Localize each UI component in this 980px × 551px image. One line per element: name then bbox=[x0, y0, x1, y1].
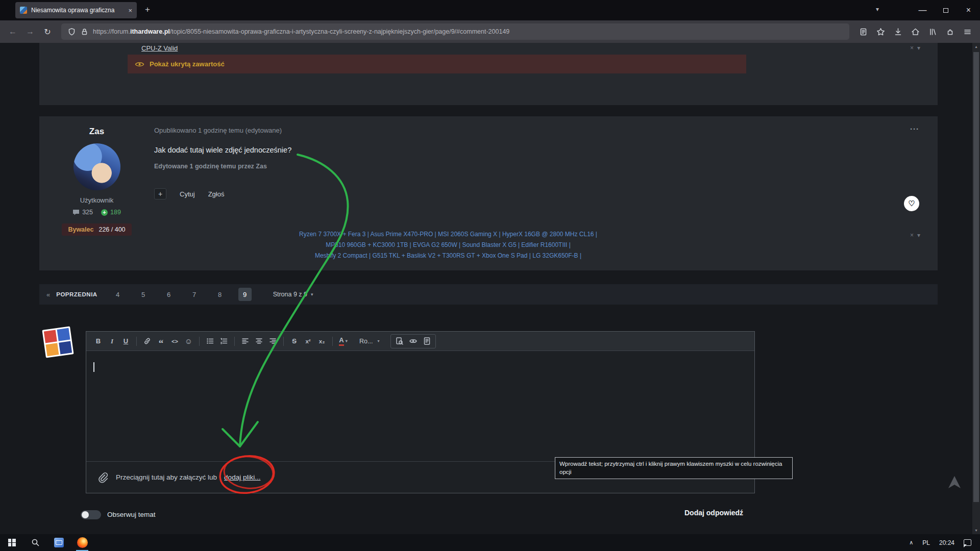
window-maximize-button[interactable] bbox=[934, 0, 957, 20]
signature-controls[interactable]: × ▾ bbox=[910, 44, 920, 52]
page-link[interactable]: 7 bbox=[189, 291, 200, 298]
bookmark-star-button[interactable] bbox=[873, 24, 888, 39]
react-heart-button[interactable]: ♡ bbox=[904, 196, 919, 211]
browser-tab-bar: Niesamowita oprawa graficzna × + ▾ — × bbox=[0, 0, 980, 20]
post-options-icon[interactable]: ··· bbox=[910, 124, 919, 133]
url-domain: ithardware.pl bbox=[130, 28, 170, 35]
multiquote-button[interactable]: + bbox=[154, 188, 166, 199]
author-group: Użytkownik bbox=[80, 196, 114, 204]
mail-app-icon bbox=[54, 538, 64, 547]
align-center-button[interactable] bbox=[252, 335, 266, 348]
align-right-icon bbox=[268, 337, 277, 345]
close-icon[interactable]: × bbox=[910, 44, 914, 52]
add-files-link[interactable]: dodaj pliki... bbox=[224, 473, 260, 481]
start-button[interactable] bbox=[0, 534, 23, 551]
scroll-to-top-button[interactable] bbox=[944, 473, 965, 493]
library-button[interactable] bbox=[925, 24, 940, 39]
scrollbar-thumb[interactable] bbox=[973, 52, 979, 502]
emoji-button[interactable]: ☺ bbox=[182, 335, 195, 348]
preview-button[interactable] bbox=[406, 335, 420, 348]
page-link[interactable]: 5 bbox=[138, 291, 149, 298]
reload-button[interactable]: ↻ bbox=[40, 24, 55, 39]
comment-count: 325 bbox=[72, 209, 93, 216]
back-button[interactable]: ← bbox=[5, 24, 20, 39]
browser-tab[interactable]: Niesamowita oprawa graficzna × bbox=[15, 2, 137, 18]
tray-expand-button[interactable]: ∧ bbox=[904, 534, 918, 551]
shield-icon[interactable] bbox=[67, 28, 76, 36]
list-all-tabs-icon[interactable]: ▾ bbox=[876, 6, 879, 13]
firefox-taskbar-button[interactable] bbox=[70, 534, 94, 551]
superscript-button[interactable]: x² bbox=[301, 335, 315, 348]
scrollbar-up-icon[interactable]: ▴ bbox=[972, 44, 980, 49]
italic-button[interactable]: I bbox=[105, 335, 119, 348]
extensions-button[interactable] bbox=[942, 24, 958, 39]
menu-button[interactable] bbox=[960, 24, 975, 39]
bullet-list-button[interactable] bbox=[203, 335, 217, 348]
current-page[interactable]: 9 bbox=[238, 288, 252, 301]
numbered-list-button[interactable] bbox=[217, 335, 231, 348]
align-left-icon bbox=[241, 337, 250, 345]
link-button[interactable] bbox=[140, 335, 154, 348]
follow-topic-label: Obserwuj temat bbox=[107, 511, 156, 518]
home-button[interactable] bbox=[908, 24, 923, 39]
align-left-button[interactable] bbox=[238, 335, 252, 348]
font-dropdown[interactable]: Ro... ▾ bbox=[359, 338, 379, 345]
forward-button[interactable]: → bbox=[22, 24, 38, 39]
chevron-down-icon: ▾ bbox=[377, 339, 379, 343]
chevron-down-icon[interactable]: ▾ bbox=[917, 232, 920, 239]
quote-button[interactable]: Cytuj bbox=[180, 190, 195, 198]
taskbar-search-button[interactable] bbox=[23, 534, 47, 551]
first-page-button[interactable]: « bbox=[46, 291, 50, 298]
blockquote-button[interactable]: “ bbox=[154, 335, 168, 348]
signature-line: Ryzen 7 3700X + Fera 3 | Asus Prime X470… bbox=[144, 229, 752, 240]
reputation-plus-icon: + bbox=[101, 209, 108, 216]
author-avatar[interactable] bbox=[74, 143, 120, 190]
chevron-down-icon[interactable]: ▾ bbox=[917, 44, 920, 52]
close-icon[interactable]: × bbox=[910, 232, 914, 239]
follow-topic-toggle[interactable] bbox=[81, 510, 101, 519]
rank-value: 226 / 400 bbox=[99, 226, 125, 233]
language-indicator[interactable]: PL bbox=[918, 534, 935, 551]
mail-app-button[interactable] bbox=[47, 534, 70, 551]
report-button[interactable]: Zgłoś bbox=[208, 190, 225, 198]
lock-icon[interactable] bbox=[80, 28, 89, 36]
align-right-button[interactable] bbox=[266, 335, 280, 348]
font-dropdown-value: Ro... bbox=[359, 338, 373, 345]
action-center-button[interactable] bbox=[959, 534, 976, 551]
previous-page-button[interactable]: POPRZEDNIA bbox=[56, 291, 97, 297]
full-page-button[interactable] bbox=[420, 335, 434, 348]
source-preview-button[interactable] bbox=[393, 335, 406, 348]
signature-controls[interactable]: × ▾ bbox=[910, 232, 920, 239]
show-hidden-content-banner[interactable]: Pokaż ukrytą zawartość bbox=[128, 55, 746, 73]
window-close-button[interactable]: × bbox=[957, 0, 980, 20]
code-button[interactable]: <> bbox=[168, 335, 182, 348]
editor-content[interactable] bbox=[86, 351, 754, 461]
editor-toolbar: B I U “ <> ☺ S x² x₂ A▾ bbox=[86, 332, 754, 351]
author-stats: 325 + 189 bbox=[72, 209, 121, 216]
preview-group bbox=[390, 334, 436, 348]
strikethrough-button[interactable]: S bbox=[287, 335, 301, 348]
text-color-button[interactable]: A▾ bbox=[336, 335, 350, 348]
subscript-button[interactable]: x₂ bbox=[315, 335, 329, 348]
page-link[interactable]: 8 bbox=[215, 291, 225, 298]
cpuz-valid-link[interactable]: CPU-Z Valid bbox=[141, 44, 178, 52]
window-minimize-button[interactable]: — bbox=[911, 0, 934, 20]
submit-reply-button[interactable]: Dodaj odpowiedź bbox=[684, 509, 743, 517]
scrollbar-down-icon[interactable]: ▾ bbox=[972, 528, 980, 533]
page-link[interactable]: 4 bbox=[113, 291, 123, 298]
puzzle-icon bbox=[946, 28, 954, 36]
bullet-list-icon bbox=[206, 337, 214, 345]
underline-button[interactable]: U bbox=[119, 335, 133, 348]
page-scrollbar[interactable]: ▴ ▾ bbox=[972, 43, 980, 534]
reader-view-button[interactable] bbox=[855, 24, 871, 39]
clock[interactable]: 20:24 bbox=[935, 534, 959, 551]
url-bar[interactable]: https://forum.ithardware.pl/topic/8055-n… bbox=[61, 23, 849, 40]
bold-button[interactable]: B bbox=[91, 335, 105, 348]
author-name[interactable]: Zas bbox=[89, 127, 104, 137]
page-link[interactable]: 6 bbox=[164, 291, 174, 298]
page-selector[interactable]: Strona 9 z 9 ▾ bbox=[273, 291, 313, 298]
paperclip-icon bbox=[96, 471, 109, 484]
tab-close-icon[interactable]: × bbox=[128, 7, 132, 14]
downloads-button[interactable] bbox=[890, 24, 905, 39]
new-tab-button[interactable]: + bbox=[145, 5, 150, 15]
